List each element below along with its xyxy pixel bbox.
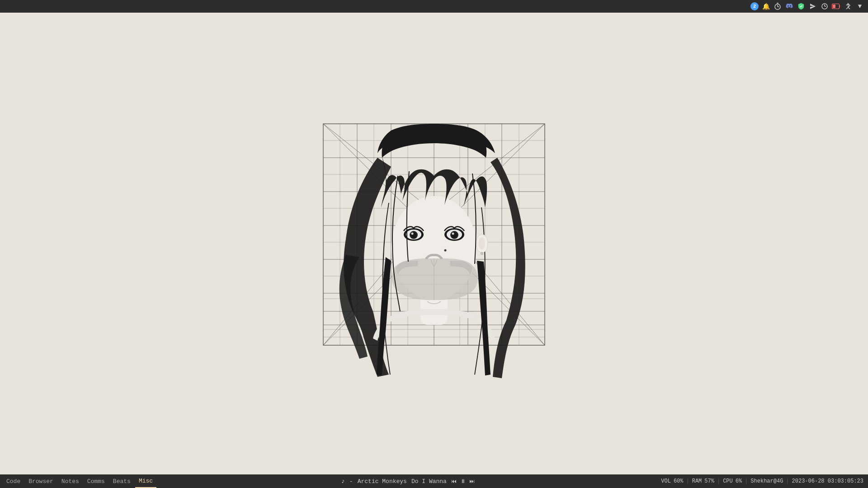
clock-icon[interactable] bbox=[820, 2, 829, 11]
svg-point-55 bbox=[444, 249, 447, 252]
desktop bbox=[0, 13, 868, 488]
workspace-misc[interactable]: Misc bbox=[135, 474, 156, 488]
workspace-beats[interactable]: Beats bbox=[109, 474, 134, 488]
music-separator: - bbox=[349, 478, 353, 485]
notification-bell-icon[interactable]: 🔔 bbox=[761, 2, 770, 11]
workspace-list: Code Browser Notes Comms Beats Misc bbox=[0, 474, 159, 488]
music-pause-button[interactable]: ⏸ bbox=[460, 478, 466, 485]
svg-rect-8 bbox=[833, 5, 835, 8]
sep3: | bbox=[745, 478, 748, 484]
vol-value: 60% bbox=[674, 478, 684, 484]
topbar-icons: 2 🔔 bbox=[750, 2, 864, 11]
sep2: | bbox=[717, 478, 720, 484]
send-icon[interactable] bbox=[808, 2, 817, 11]
cpu-label: CPU bbox=[723, 478, 733, 484]
music-player: ♪ - Arctic Monkeys Do I Wanna ⏮ ⏸ ⏭ bbox=[159, 478, 656, 485]
music-next-button[interactable]: ⏭ bbox=[469, 478, 475, 485]
wallpaper-artwork bbox=[319, 122, 549, 379]
sep1: | bbox=[686, 478, 689, 484]
sysinfo: VOL 60% | RAM 57% | CPU 6% | Shekhar@4G … bbox=[656, 478, 868, 484]
workspace-comms[interactable]: Comms bbox=[84, 474, 108, 488]
workspace-code[interactable]: Code bbox=[3, 474, 24, 488]
workspace-browser[interactable]: Browser bbox=[25, 474, 57, 488]
music-song: Do I Wanna bbox=[411, 478, 447, 485]
sep4: | bbox=[786, 478, 789, 484]
music-artist: Arctic Monkeys bbox=[358, 478, 407, 485]
cpu-value: 6% bbox=[736, 478, 742, 484]
svg-point-58 bbox=[481, 252, 483, 255]
svg-point-54 bbox=[452, 233, 454, 235]
user-label: Shekhar@4G bbox=[750, 478, 783, 484]
notification-badge[interactable]: 2 bbox=[750, 2, 759, 10]
discord-icon[interactable] bbox=[785, 2, 794, 11]
vol-label: VOL bbox=[661, 478, 671, 484]
battery-icon[interactable] bbox=[832, 2, 841, 11]
bluetooth-icon[interactable] bbox=[844, 2, 853, 11]
taskbar: Code Browser Notes Comms Beats Misc ♪ - … bbox=[0, 474, 868, 488]
timer-icon[interactable] bbox=[773, 2, 782, 11]
svg-point-49 bbox=[411, 233, 414, 235]
workspace-notes[interactable]: Notes bbox=[58, 474, 83, 488]
expand-icon[interactable]: ▼ bbox=[855, 2, 864, 11]
svg-point-53 bbox=[451, 232, 458, 238]
music-note-icon: ♪ bbox=[341, 478, 344, 485]
topbar: 2 🔔 bbox=[0, 0, 868, 13]
music-controls: ⏮ ⏸ ⏭ bbox=[451, 478, 475, 485]
music-prev-button[interactable]: ⏮ bbox=[451, 478, 457, 485]
ram-label: RAM bbox=[692, 478, 702, 484]
bitwarden-icon[interactable] bbox=[797, 2, 806, 11]
datetime-label: 2023-06-28 03:03:05:23 bbox=[792, 478, 863, 484]
svg-point-48 bbox=[410, 232, 417, 238]
ram-value: 57% bbox=[704, 478, 714, 484]
